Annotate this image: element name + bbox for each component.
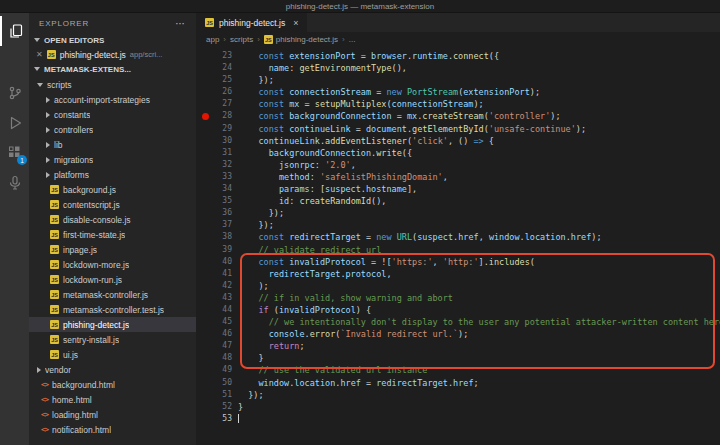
- line-number[interactable]: 53: [196, 413, 238, 425]
- line-number[interactable]: 46: [196, 328, 238, 340]
- line-number[interactable]: 30: [196, 135, 238, 147]
- tree-item-controllers[interactable]: controllers: [29, 122, 196, 137]
- code-line-26[interactable]: 26 const connectionStream = new PortStre…: [196, 86, 720, 98]
- line-number[interactable]: 51: [196, 389, 238, 401]
- line-number[interactable]: 36: [196, 207, 238, 219]
- line-number[interactable]: 37: [196, 219, 238, 231]
- code-line-47[interactable]: 47 return;: [196, 340, 720, 352]
- code-line-27[interactable]: 27 const mx = setupMultiplex(connectionS…: [196, 98, 720, 110]
- code-line-45[interactable]: 45 // we intentionally don't display to …: [196, 316, 720, 328]
- code-line-38[interactable]: 38 const redirectTarget = new URL(suspec…: [196, 231, 720, 243]
- tree-item-metamask-controller.js[interactable]: JSmetamask-controller.js: [29, 287, 196, 302]
- code-line-48[interactable]: 48 }: [196, 352, 720, 364]
- code-editor[interactable]: 23 const extensionPort = browser.runtime…: [196, 47, 720, 445]
- breadcrumb-item-...[interactable]: ...: [349, 35, 356, 44]
- tree-item-lockdown-more.js[interactable]: JSlockdown-more.js: [29, 257, 196, 272]
- line-number[interactable]: 39: [196, 244, 238, 256]
- code-line-40[interactable]: 40 const invalidProtocol = !['https:', '…: [196, 256, 720, 268]
- code-line-43[interactable]: 43 // if in valid, show warning and abor…: [196, 292, 720, 304]
- line-number[interactable]: 25: [196, 74, 238, 86]
- tree-item-constants[interactable]: constants: [29, 107, 196, 122]
- tree-item-inpage.js[interactable]: JSinpage.js: [29, 242, 196, 257]
- code-line-37[interactable]: 37 });: [196, 219, 720, 231]
- breadcrumb-item-scripts[interactable]: scripts: [230, 35, 253, 44]
- tree-item-migrations[interactable]: migrations: [29, 152, 196, 167]
- tree-item-background.js[interactable]: JSbackground.js: [29, 182, 196, 197]
- code-line-28[interactable]: 28 const backgroundConnection = mx.creat…: [196, 110, 720, 122]
- code-line-32[interactable]: 32 jsonrpc: '2.0',: [196, 159, 720, 171]
- more-actions-icon[interactable]: ⋯: [175, 18, 186, 29]
- code-line-39[interactable]: 39 // validate redirect url: [196, 244, 720, 256]
- tab-phishing-detect[interactable]: JS phishing-detect.js ×: [196, 13, 307, 32]
- code-line-35[interactable]: 35 id: createRandomId(),: [196, 195, 720, 207]
- tree-item-loading.html[interactable]: <>loading.html: [29, 407, 196, 422]
- line-number[interactable]: 29: [196, 123, 238, 135]
- line-number[interactable]: 52: [196, 401, 238, 413]
- line-number[interactable]: 45: [196, 316, 238, 328]
- code-line-29[interactable]: 29 const continueLink = document.getElem…: [196, 123, 720, 135]
- code-line-24[interactable]: 24 name: getEnvironmentType(),: [196, 62, 720, 74]
- line-number[interactable]: 26: [196, 86, 238, 98]
- line-number[interactable]: 35: [196, 195, 238, 207]
- line-number[interactable]: 49: [196, 364, 238, 376]
- code-line-53[interactable]: 53: [196, 413, 720, 425]
- tree-item-disable-console.js[interactable]: JSdisable-console.js: [29, 212, 196, 227]
- tree-item-background.html[interactable]: <>background.html: [29, 377, 196, 392]
- project-root-header[interactable]: METAMASK-EXTENS...: [29, 62, 196, 76]
- code-line-36[interactable]: 36 });: [196, 207, 720, 219]
- line-number[interactable]: 24: [196, 62, 238, 74]
- code-line-52[interactable]: 52}: [196, 401, 720, 413]
- code-line-23[interactable]: 23 const extensionPort = browser.runtime…: [196, 50, 720, 62]
- code-line-25[interactable]: 25 });: [196, 74, 720, 86]
- breakpoint-icon[interactable]: [202, 113, 209, 120]
- tree-item-ui.js[interactable]: JSui.js: [29, 347, 196, 362]
- code-line-31[interactable]: 31 backgroundConnection.write({: [196, 147, 720, 159]
- tree-item-scripts[interactable]: scripts: [29, 77, 196, 92]
- code-line-30[interactable]: 30 continueLink.addEventListener('click'…: [196, 135, 720, 147]
- tree-item-metamask-controller.test.js[interactable]: JSmetamask-controller.test.js: [29, 302, 196, 317]
- source-control-icon[interactable]: [0, 78, 29, 108]
- line-number[interactable]: 41: [196, 268, 238, 280]
- open-editors-header[interactable]: OPEN EDITORS: [29, 33, 196, 47]
- line-number[interactable]: 43: [196, 292, 238, 304]
- code-line-33[interactable]: 33 method: 'safelistPhishingDomain',: [196, 171, 720, 183]
- code-line-44[interactable]: 44 if (invalidProtocol) {: [196, 304, 720, 316]
- line-number[interactable]: 44: [196, 304, 238, 316]
- line-number[interactable]: 50: [196, 377, 238, 389]
- line-number[interactable]: 27: [196, 98, 238, 110]
- code-line-50[interactable]: 50 window.location.href = redirectTarget…: [196, 377, 720, 389]
- tree-item-first-time-state.js[interactable]: JSfirst-time-state.js: [29, 227, 196, 242]
- tree-item-contentscript.js[interactable]: JScontentscript.js: [29, 197, 196, 212]
- line-number[interactable]: 31: [196, 147, 238, 159]
- code-line-41[interactable]: 41 redirectTarget.protocol,: [196, 268, 720, 280]
- code-line-42[interactable]: 42 );: [196, 280, 720, 292]
- tree-item-lockdown-run.js[interactable]: JSlockdown-run.js: [29, 272, 196, 287]
- open-editor-item[interactable]: ✕ JS phishing-detect.js app/scri...: [29, 47, 196, 62]
- line-number[interactable]: 23: [196, 50, 238, 62]
- tree-item-notification.html[interactable]: <>notification.html: [29, 422, 196, 437]
- breadcrumb-item-app[interactable]: app: [206, 35, 219, 44]
- code-line-34[interactable]: 34 params: [suspect.hostname],: [196, 183, 720, 195]
- line-number[interactable]: 32: [196, 159, 238, 171]
- run-debug-icon[interactable]: [0, 108, 29, 138]
- line-number[interactable]: 38: [196, 231, 238, 243]
- tree-item-vendor[interactable]: vendor: [29, 362, 196, 377]
- tree-item-platforms[interactable]: platforms: [29, 167, 196, 182]
- line-number[interactable]: 40: [196, 256, 238, 268]
- breadcrumb-item-phishing-detect.js[interactable]: JSphishing-detect.js: [264, 35, 338, 44]
- close-icon[interactable]: ✕: [36, 50, 43, 59]
- line-number[interactable]: 48: [196, 352, 238, 364]
- tree-item-lib[interactable]: lib: [29, 137, 196, 152]
- tree-item-phishing-detect.js[interactable]: JSphishing-detect.js: [29, 317, 196, 332]
- extensions-icon[interactable]: 1: [0, 138, 29, 168]
- code-line-51[interactable]: 51 });: [196, 389, 720, 401]
- close-icon[interactable]: ×: [293, 18, 298, 28]
- tree-item-account-import-strategies[interactable]: account-import-strategies: [29, 92, 196, 107]
- line-number[interactable]: 47: [196, 340, 238, 352]
- code-line-46[interactable]: 46 console.error(`Invalid redirect url.`…: [196, 328, 720, 340]
- line-number[interactable]: 34: [196, 183, 238, 195]
- line-number[interactable]: 42: [196, 280, 238, 292]
- tree-item-sentry-install.js[interactable]: JSsentry-install.js: [29, 332, 196, 347]
- microphone-icon[interactable]: [0, 168, 29, 198]
- line-number[interactable]: 33: [196, 171, 238, 183]
